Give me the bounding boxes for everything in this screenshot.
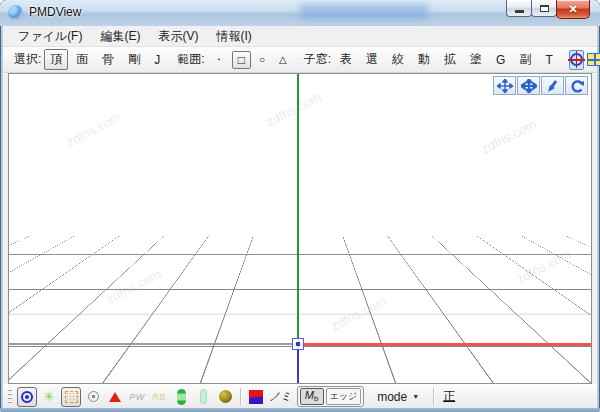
toolbar-separator: [240, 388, 241, 406]
select-group-label: 選択:: [14, 51, 41, 68]
minimize-icon: [515, 10, 524, 13]
main-toolbar: 選択: 頂 面 骨 剛 J 範囲: ・ □ ○ △ 子窓: 表 選 絞 動 拡 …: [3, 47, 597, 73]
pw-label: PW: [129, 392, 145, 402]
mode-label: mode: [377, 390, 407, 404]
menu-view[interactable]: 表示(V): [149, 26, 207, 47]
gizmo-target-button[interactable]: [569, 50, 584, 70]
gizmo-target-icon: [570, 53, 583, 66]
rotate-view-button[interactable]: [565, 76, 588, 95]
red-triangle-icon: [109, 392, 121, 402]
subwindow-kaku-button[interactable]: 拡: [438, 49, 462, 70]
subwindow-group-label: 子窓:: [304, 51, 331, 68]
edge-label: エッジ: [330, 390, 358, 403]
viewport-3d[interactable]: zdfns.com zdfns.com zdfns.com zdfns.com …: [8, 73, 592, 384]
material-blend-toggle[interactable]: Mb: [300, 388, 324, 405]
quad-view-icon: [587, 53, 600, 66]
viewport-nav-buttons: [492, 76, 588, 95]
mb-label-sub: b: [314, 394, 318, 403]
joint-display-toggle[interactable]: [171, 387, 191, 407]
restore-button[interactable]: [531, 0, 557, 17]
subwindow-sen-button[interactable]: 選: [360, 49, 384, 70]
pw-toggle-disabled[interactable]: PW: [127, 387, 147, 407]
mode-dropdown[interactable]: mode ▼: [371, 388, 425, 406]
vertex-display-toggle[interactable]: [17, 387, 37, 407]
capsule-display-toggle[interactable]: [193, 387, 213, 407]
menu-edit[interactable]: 編集(E): [91, 26, 149, 47]
title-bar[interactable]: PMDView ✕: [0, 0, 600, 26]
pmdview-app-icon: [8, 5, 23, 20]
range-square-button[interactable]: □: [232, 51, 251, 69]
toolbar-separator: [433, 388, 434, 406]
edge-display-toggle[interactable]: エッジ: [326, 388, 362, 405]
pmdview-window: PMDView ✕ ファイル(F) 編集(E) 表示(V) 情報(I) 選択: …: [0, 0, 600, 412]
restore-icon: [540, 5, 549, 12]
zoom-view-button[interactable]: [541, 76, 564, 95]
rotate-view-icon: [569, 79, 585, 93]
selection-fill-toggle[interactable]: [61, 387, 81, 407]
pan-view-button[interactable]: [493, 76, 516, 95]
origin-marker[interactable]: [292, 338, 304, 350]
select-vertex-button[interactable]: 頂: [44, 49, 68, 70]
menu-file[interactable]: ファイル(F): [9, 26, 91, 47]
client-area: ファイル(F) 編集(E) 表示(V) 情報(I) 選択: 頂 面 骨 剛 J …: [3, 26, 597, 408]
subwindow-nuri-button[interactable]: 塗: [464, 49, 488, 70]
range-triangle-button[interactable]: △: [273, 52, 293, 67]
rb-toggle-disabled[interactable]: RB: [149, 387, 169, 407]
range-dot-button[interactable]: ・: [208, 51, 230, 69]
move-view-icon: [521, 79, 537, 93]
material-color-toggle[interactable]: [246, 387, 266, 407]
axis-x-red: [299, 343, 592, 346]
move-view-button[interactable]: [517, 76, 540, 95]
select-rigid-button[interactable]: 剛: [122, 49, 146, 70]
subwindow-g-button[interactable]: G: [490, 51, 511, 69]
front-view-toggle[interactable]: 正: [438, 387, 460, 406]
blue-target-icon: [21, 391, 33, 403]
menu-info[interactable]: 情報(I): [207, 26, 260, 47]
chevron-down-icon: ▼: [412, 393, 419, 400]
mint-capsule-icon: [200, 389, 207, 404]
grid-plane: [8, 236, 592, 384]
window-frame-bottom: [0, 408, 600, 412]
bottom-toolbar: ✳ PW RB: [3, 384, 597, 408]
select-bone-button[interactable]: 骨: [96, 49, 120, 70]
circle-display-toggle[interactable]: [83, 387, 103, 407]
subwindow-dou-button[interactable]: 動: [412, 49, 436, 70]
quad-view-button[interactable]: [586, 50, 600, 70]
blurred-watermark-patch: [300, 4, 428, 20]
subwindow-t-button[interactable]: T: [539, 51, 558, 69]
axis-negative-x: [9, 343, 297, 345]
sphere-display-toggle[interactable]: [215, 387, 235, 407]
close-icon: ✕: [568, 3, 577, 16]
zoom-view-icon: [545, 79, 561, 93]
rb-label: RB: [152, 392, 166, 402]
green-star-icon: ✳: [44, 390, 55, 403]
red-blue-gradient-icon: [249, 390, 263, 404]
subwindow-shibo-button[interactable]: 絞: [386, 49, 410, 70]
normal-display-toggle[interactable]: ノミ: [268, 387, 293, 407]
render-mode-group: Mb エッジ: [297, 386, 365, 407]
range-group-label: 範囲:: [177, 51, 204, 68]
select-joint-button[interactable]: J: [148, 51, 166, 69]
menu-bar: ファイル(F) 編集(E) 表示(V) 情報(I): [3, 26, 597, 47]
close-button[interactable]: ✕: [556, 0, 590, 19]
minimize-button[interactable]: [506, 0, 532, 17]
axis-z-blue: [297, 344, 299, 384]
window-controls: ✕: [507, 0, 590, 19]
bottom-toolbar-grip[interactable]: [8, 389, 12, 405]
nomi-label: ノミ: [269, 389, 292, 404]
green-capsule-icon: [177, 389, 186, 405]
wire-display-toggle[interactable]: ✳: [39, 387, 59, 407]
subwindow-hyou-button[interactable]: 表: [334, 49, 358, 70]
orange-dither-square-icon: [65, 391, 78, 403]
range-circle-button[interactable]: ○: [253, 52, 271, 67]
subwindow-fuku-button[interactable]: 副: [513, 49, 537, 70]
gray-circle-dot-icon: [88, 391, 99, 402]
select-face-button[interactable]: 面: [70, 49, 94, 70]
olive-sphere-icon: [219, 390, 232, 403]
mb-label-main: M: [305, 389, 314, 401]
pan-view-icon: [497, 79, 513, 93]
face-display-toggle[interactable]: [105, 387, 125, 407]
window-title: PMDView: [29, 5, 81, 19]
